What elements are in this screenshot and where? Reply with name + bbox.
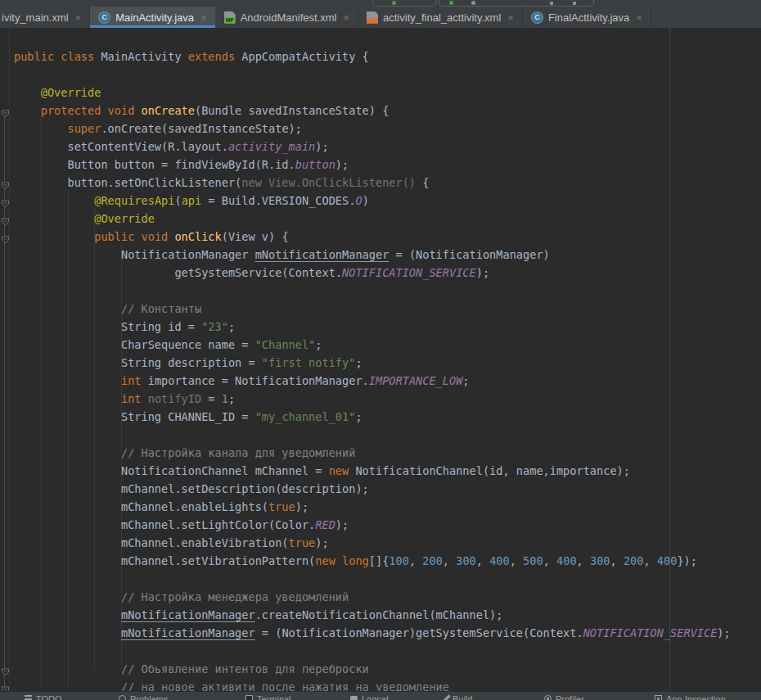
tab-label: activity_final_acttivity.xml [383, 11, 501, 24]
toolwindow-label: Profiler [556, 693, 584, 700]
code-line[interactable]: getSystemService(Context.NOTIFICATION_SE… [14, 264, 761, 282]
java-class-icon: C [531, 11, 543, 24]
device-selector-widget[interactable] [439, 0, 594, 7]
code-line[interactable]: NotificationManager mNotificationManager… [14, 246, 761, 264]
run-config-widget[interactable] [372, 0, 436, 7]
tab-AndroidManifest.xml[interactable]: MFAndroidManifest.xml× [216, 7, 358, 28]
code-line[interactable]: mChannel.setDescription(description); [14, 480, 761, 498]
fold-marker-icon[interactable] [1, 683, 10, 691]
code-line[interactable] [14, 282, 761, 300]
tab-label: AndroidManifest.xml [241, 11, 337, 24]
code-line[interactable] [14, 570, 761, 588]
code-line[interactable]: int importance = NotificationManager.IMP… [14, 372, 761, 390]
code-line[interactable]: protected void onCreate(Bundle savedInst… [14, 102, 761, 120]
code-line[interactable]: mNotificationManager.createNotificationC… [14, 606, 761, 624]
code-line[interactable]: mChannel.enableVibration(true); [14, 534, 761, 552]
tab-ivity_main.xml[interactable]: ivity_main.xml× [0, 7, 90, 28]
code-line[interactable]: // Настройка канала для уведомлений [14, 444, 761, 462]
toolwindow-button-terminal[interactable]: Terminal [245, 693, 291, 700]
code-line[interactable] [14, 65, 761, 84]
profiler-icon [544, 695, 552, 700]
toolwindow-label: Terminal [257, 693, 291, 700]
toolbar-action-icon[interactable] [550, 2, 553, 5]
code-line[interactable]: mChannel.setVibrationPattern(new long[]{… [14, 552, 761, 570]
code-line[interactable]: public class MainActivity extends AppCom… [14, 47, 761, 65]
tab-activity_final_acttivity.xml[interactable]: activity_final_acttivity.xml× [358, 7, 523, 28]
toolwindow-button-todo[interactable]: TODO [25, 693, 62, 700]
fold-marker-icon[interactable] [1, 233, 10, 241]
toolwindow-label: Build [453, 693, 472, 700]
build-icon [444, 694, 450, 700]
tool-window-bar: TODOProblemsTerminalLogcatBuildProfilerA… [0, 691, 761, 700]
fold-marker-icon[interactable] [1, 178, 10, 187]
main-toolbar-strip [0, 0, 761, 7]
toolwindow-button-profiler[interactable]: Profiler [544, 693, 584, 700]
tab-bar: ivity_main.xml×CMainActivity.java×MFAndr… [0, 7, 761, 28]
code-line[interactable]: mChannel.setLightColor(Color.RED); [14, 516, 761, 534]
code-line[interactable]: mChannel.enableLights(true); [14, 498, 761, 516]
toolwindow-button-logcat[interactable]: Logcat [350, 693, 389, 700]
code-line[interactable]: setContentView(R.layout.activity_main); [14, 138, 761, 156]
fold-marker-icon[interactable] [1, 106, 10, 115]
close-icon[interactable]: × [343, 12, 349, 23]
close-icon[interactable]: × [636, 12, 642, 23]
code-line[interactable]: String description = "first notify"; [14, 354, 761, 372]
code-line[interactable]: // Константы [14, 300, 761, 318]
fold-marker-icon[interactable] [1, 665, 10, 673]
toolbar-action-icon[interactable] [573, 2, 576, 5]
tab-label: MainActivity.java [115, 11, 194, 24]
profile-icon[interactable] [471, 1, 475, 5]
close-icon[interactable]: × [200, 12, 207, 23]
fold-marker-icon[interactable] [1, 196, 10, 205]
code-line[interactable]: Button button = findViewById(R.id.button… [14, 156, 761, 174]
java-class-icon: C [98, 11, 110, 24]
code-line[interactable]: String CHANNEL_ID = "my_channel_01"; [14, 408, 761, 426]
tab-label: ivity_main.xml [2, 11, 69, 24]
code-line[interactable]: // Настройка менеджера уведомлений [14, 588, 761, 606]
problems-icon [119, 695, 126, 700]
todo-icon [25, 695, 32, 700]
code-line[interactable]: super.onCreate(savedInstanceState); [14, 120, 761, 138]
code-line[interactable]: CharSequence name = "Channel"; [14, 336, 761, 354]
code-line[interactable] [14, 642, 761, 660]
code-line[interactable]: button.setOnClickListener(new View.OnCli… [14, 174, 761, 192]
code-line[interactable] [14, 426, 761, 444]
manifest-xml-icon: MF [224, 11, 236, 24]
close-icon[interactable]: × [75, 12, 82, 23]
ide-window: ivity_main.xml×CMainActivity.java×MFAndr… [0, 0, 761, 700]
code-area: public class MainActivity extends AppCom… [0, 28, 761, 692]
tab-label: FinalActtivity.java [548, 11, 629, 24]
logcat-icon [350, 696, 358, 700]
code-line[interactable]: @RequiresApi(api = Build.VERSION_CODES.O… [14, 192, 761, 210]
terminal-icon [245, 695, 253, 700]
tab-FinalActtivity.java[interactable]: CFinalActtivity.java× [523, 7, 651, 28]
code-line[interactable]: // на новое активити после нажатия на ув… [14, 678, 761, 692]
code-line[interactable]: mNotificationManager = (NotificationMana… [14, 624, 761, 642]
toolwindow-label: App Inspection [666, 693, 726, 700]
code-line[interactable]: // Обьявление интентов для переброски [14, 660, 761, 678]
debug-icon[interactable] [449, 1, 453, 5]
toolwindow-label: Problems [130, 693, 168, 700]
code-line[interactable]: NotificationChannel mChannel = new Notif… [14, 462, 761, 480]
toolwindow-button-build[interactable]: Build [446, 693, 472, 700]
code-line[interactable]: int notifyID = 1; [14, 390, 761, 408]
toolwindow-label: TODO [36, 693, 62, 700]
toolwindow-button-app-inspection[interactable]: App Inspection [655, 693, 726, 700]
layout-xml-icon [367, 11, 378, 24]
appinspect-icon [655, 695, 662, 700]
fold-marker-icon[interactable] [1, 215, 10, 223]
toolwindow-button-problems[interactable]: Problems [119, 693, 168, 700]
code-line[interactable]: public void onClick(View v) { [14, 228, 761, 246]
editor-area[interactable]: public class MainActivity extends AppCom… [0, 28, 761, 692]
close-icon[interactable]: × [507, 12, 514, 23]
code-line[interactable]: String id = "23"; [14, 318, 761, 336]
code-line[interactable]: @Override [14, 210, 761, 228]
code-line[interactable]: @Override [14, 84, 761, 102]
run-icon[interactable] [392, 1, 396, 5]
tab-MainActivity.java[interactable]: CMainActivity.java× [90, 7, 215, 28]
toolwindow-label: Logcat [362, 693, 389, 700]
